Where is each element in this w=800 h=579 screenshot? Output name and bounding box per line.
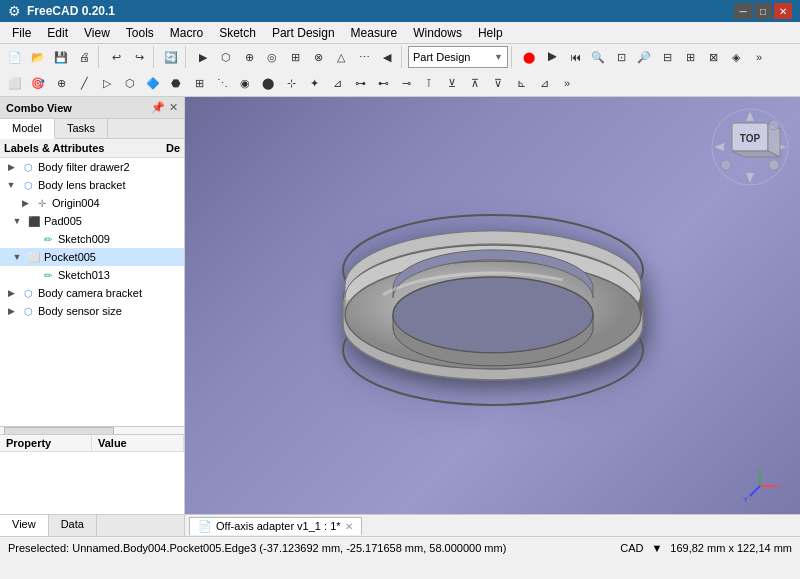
- tb2-7[interactable]: 🔷: [142, 72, 164, 94]
- tab-tasks[interactable]: Tasks: [55, 119, 108, 138]
- save-button[interactable]: 💾: [50, 46, 72, 68]
- tool3[interactable]: ⊕: [238, 46, 260, 68]
- menu-item-edit[interactable]: Edit: [39, 24, 76, 42]
- view-btn10[interactable]: ◈: [725, 46, 747, 68]
- tb2-12[interactable]: ⬤: [257, 72, 279, 94]
- tb2-8[interactable]: ⬣: [165, 72, 187, 94]
- tb2-10[interactable]: ⋱: [211, 72, 233, 94]
- tool5[interactable]: ⊞: [284, 46, 306, 68]
- tree-item-sketch009[interactable]: ✏ Sketch009: [0, 230, 184, 248]
- view-btn8[interactable]: ⊞: [679, 46, 701, 68]
- tb2-21[interactable]: ⊼: [464, 72, 486, 94]
- view-btn6[interactable]: 🔎: [633, 46, 655, 68]
- menu-item-view[interactable]: View: [76, 24, 118, 42]
- tool7[interactable]: △: [330, 46, 352, 68]
- view-btn11[interactable]: »: [748, 46, 770, 68]
- refresh-button[interactable]: 🔄: [160, 46, 182, 68]
- view-btn7[interactable]: ⊟: [656, 46, 678, 68]
- expand-arrow: ▼: [4, 180, 18, 190]
- tb2-19[interactable]: ⊺: [418, 72, 440, 94]
- new-button[interactable]: 📄: [4, 46, 26, 68]
- view-btn4[interactable]: 🔍: [587, 46, 609, 68]
- maximize-button[interactable]: □: [754, 3, 772, 19]
- tb2-17[interactable]: ⊷: [372, 72, 394, 94]
- tb2-24[interactable]: ⊿: [533, 72, 555, 94]
- tb2-22[interactable]: ⊽: [487, 72, 509, 94]
- tb2-3[interactable]: ⊕: [50, 72, 72, 94]
- pin-icon[interactable]: 📌: [151, 101, 165, 114]
- minimize-button[interactable]: ─: [734, 3, 752, 19]
- view-btn2[interactable]: ⯈: [541, 46, 563, 68]
- tab-model[interactable]: Model: [0, 119, 55, 139]
- tab-view[interactable]: View: [0, 515, 49, 536]
- tb2-20[interactable]: ⊻: [441, 72, 463, 94]
- props-header: Property Value: [0, 435, 184, 452]
- tree-item-body-lens[interactable]: ▼ ⬡ Body lens bracket: [0, 176, 184, 194]
- cad-dropdown-arrow[interactable]: ▼: [651, 542, 662, 554]
- tb2-2[interactable]: 🎯: [27, 72, 49, 94]
- menu-item-file[interactable]: File: [4, 24, 39, 42]
- cad-label: CAD: [620, 542, 643, 554]
- close-button[interactable]: ✕: [774, 3, 792, 19]
- tb2-25[interactable]: »: [556, 72, 578, 94]
- close-panel-icon[interactable]: ✕: [169, 101, 178, 114]
- view-btn5[interactable]: ⊡: [610, 46, 632, 68]
- tool4[interactable]: ◎: [261, 46, 283, 68]
- tb2-14[interactable]: ✦: [303, 72, 325, 94]
- menu-item-sketch[interactable]: Sketch: [211, 24, 264, 42]
- tree-item-body-camera[interactable]: ▶ ⬡ Body camera bracket: [0, 284, 184, 302]
- tree-label: Body filter drawer2: [38, 161, 130, 173]
- tool8[interactable]: ⋯: [353, 46, 375, 68]
- menu-item-macro[interactable]: Macro: [162, 24, 211, 42]
- tab-doc-icon: 📄: [198, 520, 212, 533]
- tb2-1[interactable]: ⬜: [4, 72, 26, 94]
- axes-indicator: X Z Y: [740, 466, 780, 506]
- tree-item-pad005[interactable]: ▼ ⬛ Pad005: [0, 212, 184, 230]
- tree-item-origin004[interactable]: ▶ ✛ Origin004: [0, 194, 184, 212]
- menu-item-tools[interactable]: Tools: [118, 24, 162, 42]
- tb2-9[interactable]: ⊞: [188, 72, 210, 94]
- tab-data[interactable]: Data: [49, 515, 97, 536]
- svg-point-10: [721, 160, 731, 170]
- tool1[interactable]: ▶: [192, 46, 214, 68]
- tree-item-sketch013[interactable]: ✏ Sketch013: [0, 266, 184, 284]
- expand-arrow: ▶: [18, 198, 32, 208]
- tb2-11[interactable]: ◉: [234, 72, 256, 94]
- nav-cube[interactable]: TOP: [710, 107, 790, 187]
- view-btn9[interactable]: ⊠: [702, 46, 724, 68]
- tree-item-pocket005[interactable]: ▼ ⬜ Pocket005: [0, 248, 184, 266]
- tree-item-body-filter[interactable]: ▶ ⬡ Body filter drawer2: [0, 158, 184, 176]
- tree-item-body-sensor[interactable]: ▶ ⬡ Body sensor size: [0, 302, 184, 320]
- tree-label: Sketch013: [58, 269, 110, 281]
- undo-button[interactable]: ↩: [105, 46, 127, 68]
- tb2-16[interactable]: ⊶: [349, 72, 371, 94]
- menu-item-help[interactable]: Help: [470, 24, 511, 42]
- tab-close-icon[interactable]: ✕: [345, 521, 353, 532]
- view-btn3[interactable]: ⏮: [564, 46, 586, 68]
- tb2-4[interactable]: ╱: [73, 72, 95, 94]
- tool6[interactable]: ⊗: [307, 46, 329, 68]
- tree-scrollbar[interactable]: [0, 426, 184, 434]
- tb2-5[interactable]: ▷: [96, 72, 118, 94]
- tool9[interactable]: ◀: [376, 46, 398, 68]
- viewport[interactable]: TOP: [185, 97, 800, 536]
- tb2-13[interactable]: ⊹: [280, 72, 302, 94]
- tb2-18[interactable]: ⊸: [395, 72, 417, 94]
- tb2-23[interactable]: ⊾: [510, 72, 532, 94]
- redo-button[interactable]: ↪: [128, 46, 150, 68]
- partdesign-dropdown[interactable]: Part Design ▼: [408, 46, 508, 68]
- menu-item-windows[interactable]: Windows: [405, 24, 470, 42]
- print-button[interactable]: 🖨: [73, 46, 95, 68]
- panel-tabs: Model Tasks: [0, 119, 184, 139]
- menu-item-measure[interactable]: Measure: [343, 24, 406, 42]
- menu-item-part-design[interactable]: Part Design: [264, 24, 343, 42]
- svg-point-9: [769, 160, 779, 170]
- body-icon: ⬡: [20, 285, 36, 301]
- expand-arrow: ▼: [10, 216, 24, 226]
- tb2-15[interactable]: ⊿: [326, 72, 348, 94]
- open-button[interactable]: 📂: [27, 46, 49, 68]
- tb2-6[interactable]: ⬡: [119, 72, 141, 94]
- viewport-tab-active[interactable]: 📄 Off-axis adapter v1_1 : 1* ✕: [189, 517, 362, 535]
- view-btn1[interactable]: ⬤: [518, 46, 540, 68]
- tool2[interactable]: ⬡: [215, 46, 237, 68]
